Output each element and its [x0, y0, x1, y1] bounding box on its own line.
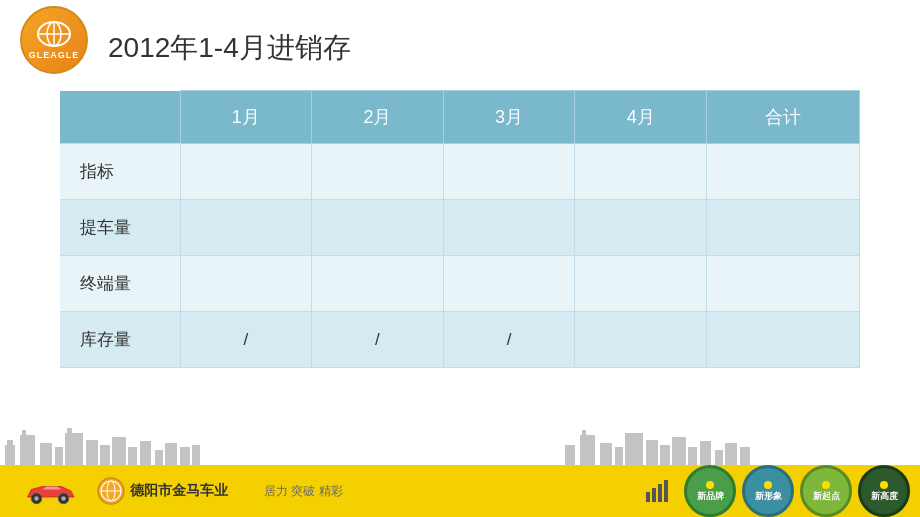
bar-chart-icon: [644, 478, 674, 504]
svg-rect-4: [5, 445, 15, 465]
svg-rect-25: [615, 447, 623, 465]
cell-zhongduan-total: [706, 256, 859, 312]
col-header-jan: 1月: [180, 91, 312, 144]
svg-point-36: [34, 496, 39, 501]
svg-point-38: [61, 496, 66, 501]
footer-badges: 新品牌 新形象 新起点 新高度: [684, 465, 910, 517]
badge-dot: [822, 481, 830, 489]
logo-icon: [36, 20, 72, 48]
skyline-left: [0, 425, 200, 465]
badge-new-height: 新高度: [858, 465, 910, 517]
cell-zhibiao-feb: [312, 144, 444, 200]
row-label-tichel: 提车量: [60, 200, 180, 256]
svg-rect-9: [55, 447, 63, 465]
svg-rect-43: [646, 492, 650, 502]
table-row: 提车量: [60, 200, 860, 256]
svg-rect-33: [725, 443, 737, 465]
badge-label-2: 新形象: [755, 491, 782, 502]
footer-left: 德阳市金马车业 居力 突破 精彩: [10, 475, 684, 507]
svg-rect-31: [700, 441, 711, 465]
cell-zhongduan-jan: [180, 256, 312, 312]
cell-tichel-total: [706, 200, 859, 256]
badge-dot: [880, 481, 888, 489]
svg-rect-12: [86, 440, 98, 465]
badge-new-start: 新起点: [800, 465, 852, 517]
col-header-feb: 2月: [312, 91, 444, 144]
svg-rect-30: [688, 447, 697, 465]
footer: 德阳市金马车业 居力 突破 精彩 新品牌 新形象 新起点 新高度: [0, 465, 920, 517]
cell-zhibiao-jan: [180, 144, 312, 200]
cell-tichel-jan: [180, 200, 312, 256]
svg-rect-16: [140, 441, 151, 465]
cell-zhibiao-total: [706, 144, 859, 200]
skyline-decoration: [0, 425, 920, 465]
badge-new-image: 新形象: [742, 465, 794, 517]
svg-rect-45: [658, 484, 662, 502]
svg-rect-7: [22, 430, 26, 435]
car-icon: [20, 475, 80, 507]
footer-logo-icon: [96, 476, 126, 506]
footer-city-name: 德阳市金马车业: [96, 476, 228, 506]
svg-rect-11: [67, 428, 72, 433]
svg-rect-46: [664, 480, 668, 502]
svg-rect-20: [192, 445, 200, 465]
svg-rect-29: [672, 437, 686, 465]
svg-rect-26: [625, 433, 643, 465]
badge-dot: [706, 481, 714, 489]
table-row: 指标: [60, 144, 860, 200]
footer-slogan: 居力 突破 精彩: [264, 483, 343, 500]
cell-tichel-apr: [575, 200, 707, 256]
svg-rect-34: [740, 447, 750, 465]
svg-rect-6: [20, 435, 35, 465]
svg-rect-15: [128, 447, 137, 465]
svg-rect-32: [715, 450, 723, 465]
cell-tichel-mar: [443, 200, 575, 256]
skyline-right: [560, 425, 760, 465]
cell-tichel-feb: [312, 200, 444, 256]
logo: GLEAGLE: [20, 6, 88, 74]
col-header-empty: [60, 91, 180, 144]
col-header-total: 合计: [706, 91, 859, 144]
footer-city-text: 德阳市金马车业: [130, 482, 228, 500]
svg-rect-28: [660, 445, 670, 465]
badge-new-brand: 新品牌: [684, 465, 736, 517]
badge-dot: [764, 481, 772, 489]
header: GLEAGLE 2012年1-4月进销存: [0, 0, 920, 80]
svg-rect-44: [652, 488, 656, 502]
cell-zhibiao-mar: [443, 144, 575, 200]
cell-zhongduan-feb: [312, 256, 444, 312]
cell-zhongduan-mar: [443, 256, 575, 312]
col-header-mar: 3月: [443, 91, 575, 144]
svg-rect-14: [112, 437, 126, 465]
page-title: 2012年1-4月进销存: [108, 29, 351, 67]
table-row: 终端量: [60, 256, 860, 312]
row-label-zhibiao: 指标: [60, 144, 180, 200]
row-label-kucun: 库存量: [60, 312, 180, 368]
svg-rect-18: [165, 443, 177, 465]
badge-label-1: 新品牌: [697, 491, 724, 502]
badge-label-3: 新起点: [813, 491, 840, 502]
logo-text: GLEAGLE: [29, 50, 80, 60]
svg-rect-8: [40, 443, 52, 465]
cell-kucun-apr: [575, 312, 707, 368]
svg-rect-22: [580, 435, 595, 465]
cell-zhongduan-apr: [575, 256, 707, 312]
svg-rect-17: [155, 450, 163, 465]
row-label-zhongduan: 终端量: [60, 256, 180, 312]
svg-rect-23: [582, 430, 586, 435]
svg-rect-10: [65, 433, 83, 465]
svg-rect-21: [565, 445, 575, 465]
table-row: 库存量 / / /: [60, 312, 860, 368]
data-table: 1月 2月 3月 4月 合计 指标 提车量: [60, 90, 860, 368]
cell-kucun-feb: /: [312, 312, 444, 368]
col-header-apr: 4月: [575, 91, 707, 144]
table-header-row: 1月 2月 3月 4月 合计: [60, 91, 860, 144]
cell-kucun-jan: /: [180, 312, 312, 368]
svg-rect-13: [100, 445, 110, 465]
cell-kucun-mar: /: [443, 312, 575, 368]
main-table-container: 1月 2月 3月 4月 合计 指标 提车量: [60, 90, 860, 368]
badge-label-4: 新高度: [871, 491, 898, 502]
svg-rect-24: [600, 443, 612, 465]
cell-zhibiao-apr: [575, 144, 707, 200]
svg-rect-19: [180, 447, 190, 465]
